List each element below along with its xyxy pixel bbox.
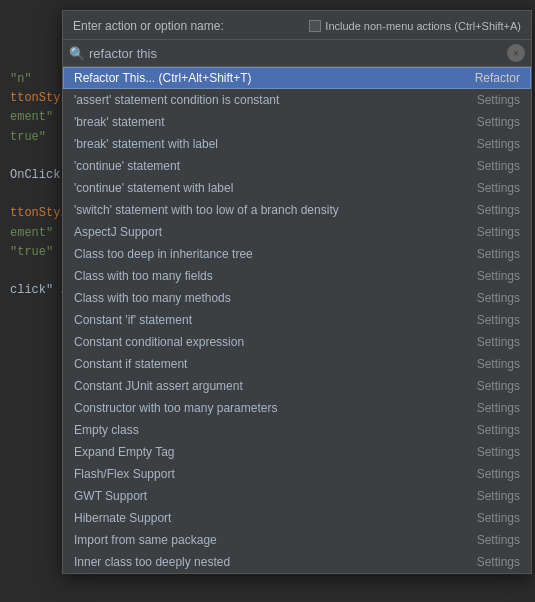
list-item-category: Settings <box>477 467 520 481</box>
list-item-name: 'switch' statement with too low of a bra… <box>74 203 467 217</box>
dialog-header-label: Enter action or option name: <box>73 19 224 33</box>
dialog-header: Enter action or option name: Include non… <box>63 11 531 40</box>
action-list: Refactor This... (Ctrl+Alt+Shift+T)Refac… <box>63 67 531 573</box>
include-non-menu-area: Include non-menu actions (Ctrl+Shift+A) <box>309 20 521 32</box>
list-item[interactable]: AspectJ SupportSettings <box>63 221 531 243</box>
list-item-name: 'break' statement <box>74 115 467 129</box>
list-item-name: 'assert' statement condition is constant <box>74 93 467 107</box>
list-item-name: Import from same package <box>74 533 467 547</box>
list-item[interactable]: Constructor with too many parametersSett… <box>63 397 531 419</box>
list-item[interactable]: Constant 'if' statementSettings <box>63 309 531 331</box>
list-item-category: Settings <box>477 115 520 129</box>
list-item[interactable]: Class with too many fieldsSettings <box>63 265 531 287</box>
search-icon: 🔍 <box>69 46 85 61</box>
list-item-category: Settings <box>477 93 520 107</box>
clear-icon[interactable]: × <box>507 44 525 62</box>
list-item[interactable]: GWT SupportSettings <box>63 485 531 507</box>
list-item[interactable]: 'continue' statementSettings <box>63 155 531 177</box>
list-item-category: Settings <box>477 555 520 569</box>
list-item-category: Settings <box>477 181 520 195</box>
list-item[interactable]: 'break' statement with labelSettings <box>63 133 531 155</box>
list-item-category: Settings <box>477 401 520 415</box>
list-item-category: Settings <box>477 203 520 217</box>
list-item-category: Settings <box>477 313 520 327</box>
list-item-name: 'continue' statement with label <box>74 181 467 195</box>
list-item[interactable]: 'break' statementSettings <box>63 111 531 133</box>
list-item[interactable]: 'assert' statement condition is constant… <box>63 89 531 111</box>
list-item-name: Class too deep in inheritance tree <box>74 247 467 261</box>
include-non-menu-label: Include non-menu actions (Ctrl+Shift+A) <box>325 20 521 32</box>
list-item[interactable]: Expand Empty TagSettings <box>63 441 531 463</box>
list-item-category: Settings <box>477 335 520 349</box>
list-item-name: Class with too many fields <box>74 269 467 283</box>
list-item[interactable]: Constant conditional expressionSettings <box>63 331 531 353</box>
list-item[interactable]: Class with too many methodsSettings <box>63 287 531 309</box>
list-item-name: Inner class too deeply nested <box>74 555 467 569</box>
search-input[interactable] <box>89 46 507 61</box>
list-item-name: Constant conditional expression <box>74 335 467 349</box>
list-item-category: Settings <box>477 445 520 459</box>
list-item-category: Settings <box>477 423 520 437</box>
list-item-category: Settings <box>477 159 520 173</box>
list-item-name: 'continue' statement <box>74 159 467 173</box>
list-item-name: AspectJ Support <box>74 225 467 239</box>
list-item[interactable]: Constant if statementSettings <box>63 353 531 375</box>
action-dialog: Enter action or option name: Include non… <box>62 10 532 574</box>
list-item-name: Constant JUnit assert argument <box>74 379 467 393</box>
list-item-name: Constructor with too many parameters <box>74 401 467 415</box>
list-item-category: Settings <box>477 489 520 503</box>
list-item-name: GWT Support <box>74 489 467 503</box>
list-item-category: Settings <box>477 511 520 525</box>
list-item[interactable]: Flash/Flex SupportSettings <box>63 463 531 485</box>
search-row: 🔍 × <box>63 40 531 67</box>
list-item[interactable]: Inner class too deeply nestedSettings <box>63 551 531 573</box>
list-item[interactable]: Constant JUnit assert argumentSettings <box>63 375 531 397</box>
list-item-category: Refactor <box>475 71 520 85</box>
list-item[interactable]: 'switch' statement with too low of a bra… <box>63 199 531 221</box>
list-item-category: Settings <box>477 269 520 283</box>
list-item-name: 'break' statement with label <box>74 137 467 151</box>
list-item[interactable]: Empty classSettings <box>63 419 531 441</box>
list-item[interactable]: 'continue' statement with labelSettings <box>63 177 531 199</box>
list-item-name: Class with too many methods <box>74 291 467 305</box>
list-item-name: Flash/Flex Support <box>74 467 467 481</box>
list-item-category: Settings <box>477 137 520 151</box>
list-item-category: Settings <box>477 533 520 547</box>
list-item-name: Hibernate Support <box>74 511 467 525</box>
list-item-name: Constant if statement <box>74 357 467 371</box>
list-item-category: Settings <box>477 357 520 371</box>
include-non-menu-checkbox[interactable] <box>309 20 321 32</box>
list-item-category: Settings <box>477 225 520 239</box>
list-item-name: Expand Empty Tag <box>74 445 467 459</box>
list-item-name: Empty class <box>74 423 467 437</box>
list-item-name: Constant 'if' statement <box>74 313 467 327</box>
list-item-category: Settings <box>477 379 520 393</box>
list-item[interactable]: Import from same packageSettings <box>63 529 531 551</box>
list-item[interactable]: Refactor This... (Ctrl+Alt+Shift+T)Refac… <box>63 67 531 89</box>
list-item[interactable]: Class too deep in inheritance treeSettin… <box>63 243 531 265</box>
list-item-name: Refactor This... (Ctrl+Alt+Shift+T) <box>74 71 465 85</box>
list-item-category: Settings <box>477 291 520 305</box>
list-item[interactable]: Hibernate SupportSettings <box>63 507 531 529</box>
list-item-category: Settings <box>477 247 520 261</box>
